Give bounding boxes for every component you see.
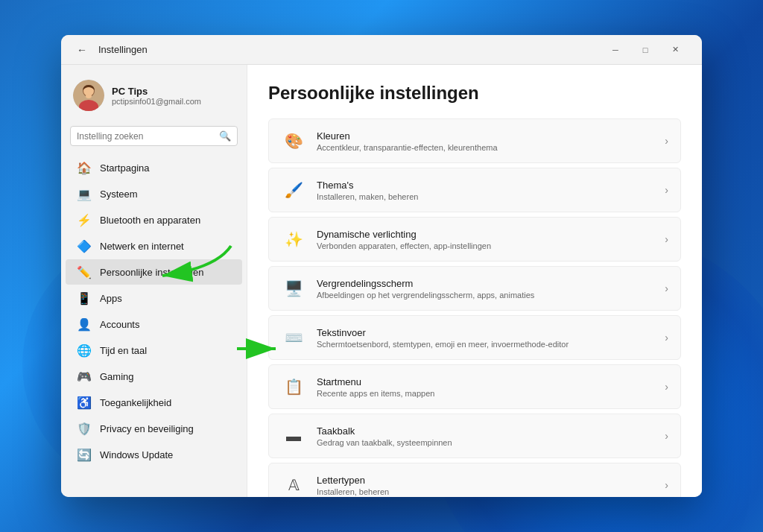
maximize-button[interactable]: □ <box>630 38 660 62</box>
settings-item-dynamisch[interactable]: ✨ Dynamische verlichting Verbonden appar… <box>268 217 681 262</box>
sidebar-item-label: Systeem <box>100 189 138 200</box>
main-content: Persoonlijke instellingen 🎨 Kleuren Acce… <box>247 65 702 497</box>
sidebar-item-accounts[interactable]: 👤 Accounts <box>66 311 242 337</box>
sidebar: PC Tips pctipsinfo01@gmail.com 🔍 🏠 Start… <box>61 65 247 497</box>
sidebar-item-privacy[interactable]: 🛡️ Privacy en beveiliging <box>66 416 242 441</box>
titlebar: ← Instellingen ─ □ ✕ <box>61 35 702 65</box>
sidebar-item-netwerk[interactable]: 🔷 Netwerk en internet <box>66 233 242 259</box>
sidebar-item-gaming[interactable]: 🎮 Gaming <box>66 364 242 389</box>
chevron-right-icon: › <box>665 135 668 147</box>
chevron-right-icon: › <box>665 430 668 442</box>
settings-item-label-startmenu: Startmenu <box>317 376 654 387</box>
settings-item-label-dynamisch: Dynamische verlichting <box>317 229 654 240</box>
sidebar-item-bluetooth[interactable]: ⚡ Bluetooth en apparaten <box>66 207 242 232</box>
chevron-right-icon: › <box>665 282 668 294</box>
settings-item-kleuren[interactable]: 🎨 Kleuren Accentkleur, transparantie-eff… <box>268 118 681 163</box>
startmenu-icon: 📋 <box>281 374 306 399</box>
accounts-icon: 👤 <box>77 317 91 331</box>
user-name: PC Tips <box>112 86 201 97</box>
settings-item-label-themas: Thema's <box>317 180 654 191</box>
kleuren-icon: 🎨 <box>281 128 306 153</box>
settings-item-startmenu[interactable]: 📋 Startmenu Recente apps en items, mappe… <box>268 364 681 409</box>
search-icon: 🔍 <box>219 130 231 142</box>
toegankelijkheid-icon: ♿ <box>77 396 91 409</box>
sidebar-item-label: Windows Update <box>100 449 173 460</box>
sidebar-item-label: Gaming <box>100 371 134 382</box>
tijd-icon: 🌐 <box>77 343 91 357</box>
lettertypen-icon: 𝔸 <box>281 472 306 497</box>
settings-item-themas[interactable]: 🖌️ Thema's Installeren, maken, beheren › <box>268 168 681 212</box>
taakbalk-icon: ▬ <box>281 423 306 449</box>
settings-item-desc-dynamisch: Verbonden apparaten, effecten, app-inste… <box>317 241 654 250</box>
sidebar-item-label: Toegankelijkheid <box>100 397 171 408</box>
settings-item-tekstinvoer[interactable]: ⌨️ Tekstinvoer Schermtoetsenbord, stemty… <box>268 315 681 360</box>
netwerk-icon: 🔷 <box>77 239 91 253</box>
apps-icon: 📱 <box>77 291 91 305</box>
settings-item-label-tekstinvoer: Tekstinvoer <box>317 327 654 338</box>
search-box[interactable]: 🔍 <box>70 126 238 146</box>
window-title: Instellingen <box>98 44 601 55</box>
chevron-right-icon: › <box>665 381 668 393</box>
systeem-icon: 💻 <box>77 187 91 200</box>
settings-item-desc-tekstinvoer: Schermtoetsenbord, stemtypen, emoji en m… <box>317 340 654 349</box>
minimize-button[interactable]: ─ <box>601 38 630 62</box>
settings-list: 🎨 Kleuren Accentkleur, transparantie-eff… <box>268 118 681 497</box>
settings-item-vergrendeling[interactable]: 🖥️ Vergrendelingsscherm Afbeeldingen op … <box>268 266 681 311</box>
sidebar-item-systeem[interactable]: 💻 Systeem <box>66 181 242 206</box>
vergrendeling-icon: 🖥️ <box>281 276 306 301</box>
sidebar-item-persoonlijk[interactable]: ✏️ Persoonlijke instellingen <box>66 259 242 285</box>
window-content: PC Tips pctipsinfo01@gmail.com 🔍 🏠 Start… <box>61 65 702 497</box>
sidebar-item-label: Netwerk en internet <box>100 241 184 252</box>
update-icon: 🔄 <box>77 448 91 461</box>
settings-item-taakbalk[interactable]: ▬ Taakbalk Gedrag van taakbalk, systeemp… <box>268 414 681 458</box>
sidebar-item-label: Persoonlijke instellingen <box>100 267 203 278</box>
avatar <box>73 80 104 111</box>
sidebar-item-toegankelijkheid[interactable]: ♿ Toegankelijkheid <box>66 390 242 415</box>
bluetooth-icon: ⚡ <box>77 213 91 227</box>
settings-item-label-taakbalk: Taakbalk <box>317 425 654 437</box>
settings-item-label-kleuren: Kleuren <box>317 130 654 142</box>
sidebar-item-startpagina[interactable]: 🏠 Startpagina <box>66 155 242 180</box>
sidebar-item-label: Startpagina <box>100 162 150 174</box>
settings-window: ← Instellingen ─ □ ✕ <box>61 35 702 497</box>
back-button[interactable]: ← <box>73 41 91 59</box>
sidebar-item-update[interactable]: 🔄 Windows Update <box>66 442 242 467</box>
sidebar-item-label: Apps <box>100 293 122 304</box>
sidebar-item-label: Bluetooth en apparaten <box>100 215 200 226</box>
settings-item-label-lettertypen: Lettertypen <box>317 475 654 486</box>
sidebar-item-apps[interactable]: 📱 Apps <box>66 285 242 311</box>
sidebar-item-label: Accounts <box>100 319 139 330</box>
privacy-icon: 🛡️ <box>77 422 91 435</box>
settings-item-desc-vergrendeling: Afbeeldingen op het vergrendelingsscherm… <box>317 291 654 300</box>
chevron-right-icon: › <box>665 332 668 343</box>
sidebar-nav: 🏠 Startpagina 💻 Systeem ⚡ Bluetooth en a… <box>61 155 247 467</box>
search-input[interactable] <box>77 131 215 142</box>
chevron-right-icon: › <box>665 233 668 245</box>
sidebar-item-label: Tijd en taal <box>100 345 147 356</box>
settings-item-label-vergrendeling: Vergrendelingsscherm <box>317 278 654 289</box>
startpagina-icon: 🏠 <box>77 161 91 174</box>
svg-point-4 <box>86 94 92 98</box>
settings-item-desc-kleuren: Accentkleur, transparantie-effecten, kle… <box>317 143 654 152</box>
window-controls: ─ □ ✕ <box>601 38 690 62</box>
user-info: PC Tips pctipsinfo01@gmail.com <box>112 86 201 106</box>
settings-item-desc-themas: Installeren, maken, beheren <box>317 192 654 201</box>
page-title: Persoonlijke instellingen <box>268 83 681 104</box>
settings-item-desc-startmenu: Recente apps en items, mappen <box>317 389 654 398</box>
chevron-right-icon: › <box>665 184 668 196</box>
dynamisch-icon: ✨ <box>281 227 306 252</box>
user-email: pctipsinfo01@gmail.com <box>112 97 201 106</box>
chevron-right-icon: › <box>665 479 668 491</box>
gaming-icon: 🎮 <box>77 370 91 383</box>
settings-item-lettertypen[interactable]: 𝔸 Lettertypen Installeren, beheren › <box>268 463 681 497</box>
settings-item-desc-lettertypen: Installeren, beheren <box>317 487 654 496</box>
close-button[interactable]: ✕ <box>660 38 690 62</box>
persoonlijk-icon: ✏️ <box>77 265 91 279</box>
user-section[interactable]: PC Tips pctipsinfo01@gmail.com <box>61 74 247 123</box>
sidebar-item-label: Privacy en beveiliging <box>100 423 194 434</box>
themas-icon: 🖌️ <box>281 177 306 203</box>
tekstinvoer-icon: ⌨️ <box>281 325 306 350</box>
settings-item-desc-taakbalk: Gedrag van taakbalk, systeempinnen <box>317 438 654 447</box>
sidebar-item-tijd[interactable]: 🌐 Tijd en taal <box>66 338 242 363</box>
